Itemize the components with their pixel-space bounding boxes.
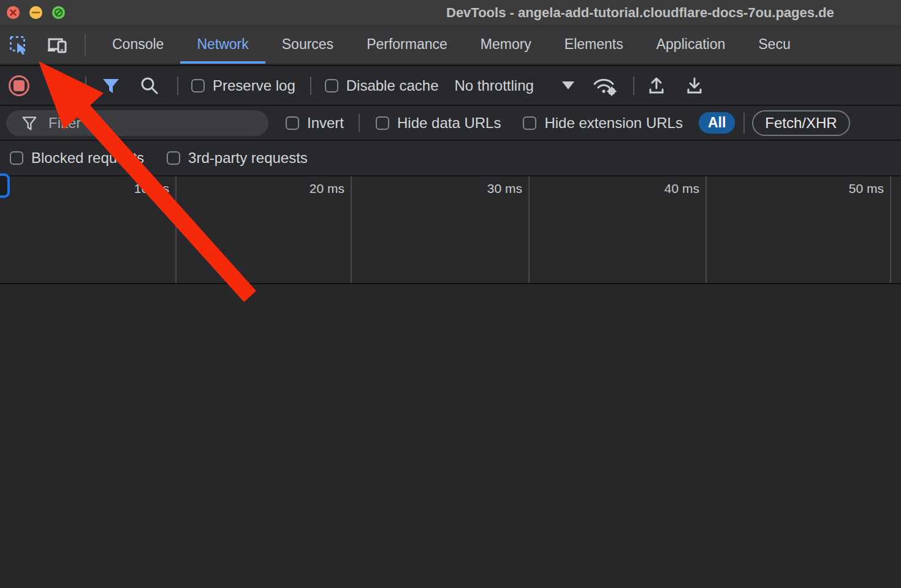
timeline-tick: 40 ms <box>530 176 707 283</box>
device-toolbar-button[interactable] <box>47 35 69 56</box>
network-conditions-icon <box>591 75 618 97</box>
caret-down-icon <box>562 81 574 89</box>
network-conditions-button[interactable] <box>591 75 618 97</box>
network-overview-timeline[interactable]: 10 ms 20 ms 30 ms 40 ms 50 ms <box>0 175 901 284</box>
filter-toggle-button[interactable] <box>101 75 121 96</box>
device-toolbar-icon <box>47 35 69 56</box>
filter-input[interactable] <box>47 114 234 132</box>
tab-application[interactable]: Application <box>640 27 742 64</box>
filterbar-separator <box>743 113 745 134</box>
tab-console[interactable]: Console <box>96 27 180 64</box>
timeline-tick: 50 ms <box>707 176 891 283</box>
preserve-log-checkbox[interactable] <box>191 79 205 92</box>
clear-network-log-button[interactable] <box>48 75 69 96</box>
tabbar-separator <box>85 34 86 56</box>
blocked-requests-label: Blocked requests <box>31 149 144 167</box>
tab-sources[interactable]: Sources <box>265 27 350 64</box>
preserve-log-toggle[interactable]: Preserve log <box>191 77 295 94</box>
hide-extension-urls-checkbox[interactable] <box>523 116 536 130</box>
panel-tabs: Console Network Sources Performance Memo… <box>96 27 807 64</box>
toolbar-separator <box>633 77 634 95</box>
timeline-column-rest <box>891 176 901 283</box>
overview-selection-handle <box>0 173 10 198</box>
disable-cache-checkbox[interactable] <box>325 79 338 92</box>
network-filter-bar: Invert Hide data URLs Hide extension URL… <box>0 105 901 140</box>
inspect-element-button[interactable] <box>9 35 29 56</box>
third-party-requests-toggle[interactable]: 3rd-party requests <box>167 149 308 167</box>
hide-data-urls-label: Hide data URLs <box>397 115 501 132</box>
third-party-requests-label: 3rd-party requests <box>188 149 308 167</box>
timeline-tick: 20 ms <box>177 176 352 283</box>
request-type-filter-fetch-xhr[interactable]: Fetch/XHR <box>752 110 850 136</box>
preserve-log-label: Preserve log <box>213 77 295 94</box>
search-button[interactable] <box>139 75 160 96</box>
minimize-icon <box>29 6 42 19</box>
export-har-icon <box>683 75 705 96</box>
tab-network[interactable]: Network <box>180 27 265 64</box>
minimize-window-button[interactable] <box>29 6 42 19</box>
hide-extension-urls-label: Hide extension URLs <box>544 115 682 132</box>
toolbar-separator <box>85 77 86 95</box>
invert-checkbox[interactable] <box>286 116 299 130</box>
hide-extension-urls-toggle[interactable]: Hide extension URLs <box>523 115 682 132</box>
timeline-tick: 10 ms <box>0 176 177 283</box>
inspect-icon <box>9 35 29 56</box>
disable-cache-toggle[interactable]: Disable cache <box>325 77 439 94</box>
filterbar-separator <box>359 114 360 132</box>
record-network-log-button[interactable] <box>9 75 29 96</box>
network-requests-panel: Recordi Perform a request <box>0 284 901 588</box>
invert-filter-toggle[interactable]: Invert <box>286 115 344 132</box>
tab-performance[interactable]: Performance <box>350 27 464 64</box>
disable-cache-label: Disable cache <box>346 77 439 94</box>
export-har-button[interactable] <box>683 75 705 96</box>
zoom-window-button[interactable] <box>52 6 65 19</box>
invert-label: Invert <box>307 115 344 132</box>
request-type-filter-all[interactable]: All <box>699 112 735 134</box>
toolbar-separator <box>177 77 178 95</box>
filter-input-funnel-icon <box>21 115 38 132</box>
more-filters-row: Blocked requests 3rd-party requests <box>0 140 901 175</box>
tab-memory[interactable]: Memory <box>464 27 548 64</box>
third-party-requests-checkbox[interactable] <box>167 151 180 165</box>
blocked-requests-toggle[interactable]: Blocked requests <box>10 149 144 167</box>
blocked-requests-checkbox[interactable] <box>10 151 23 165</box>
close-window-button[interactable] <box>7 6 20 19</box>
window-title: DevTools - angela-add-tutorial.cloudflar… <box>446 5 834 21</box>
filter-input-wrap[interactable] <box>6 110 268 136</box>
filter-funnel-icon <box>101 75 121 96</box>
hide-data-urls-toggle[interactable]: Hide data URLs <box>376 115 501 132</box>
timeline-tick: 30 ms <box>352 176 530 283</box>
zoom-icon <box>52 6 65 19</box>
toolbar-separator <box>310 77 311 95</box>
tab-security[interactable]: Secu <box>742 27 807 64</box>
network-toolbar: Preserve log Disable cache No throttling <box>0 65 901 105</box>
clear-icon <box>48 75 69 96</box>
macos-traffic-lights <box>7 6 65 19</box>
throttling-dropdown[interactable]: No throttling <box>454 77 574 94</box>
titlebar: DevTools - angela-add-tutorial.cloudflar… <box>0 0 901 26</box>
tab-elements[interactable]: Elements <box>548 27 640 64</box>
hide-data-urls-checkbox[interactable] <box>376 116 389 130</box>
close-icon <box>7 6 20 19</box>
import-har-icon <box>645 75 667 96</box>
search-icon <box>139 75 160 96</box>
devtools-tabbar: Console Network Sources Performance Memo… <box>0 26 901 64</box>
import-har-button[interactable] <box>645 75 667 96</box>
throttling-value: No throttling <box>454 77 533 94</box>
